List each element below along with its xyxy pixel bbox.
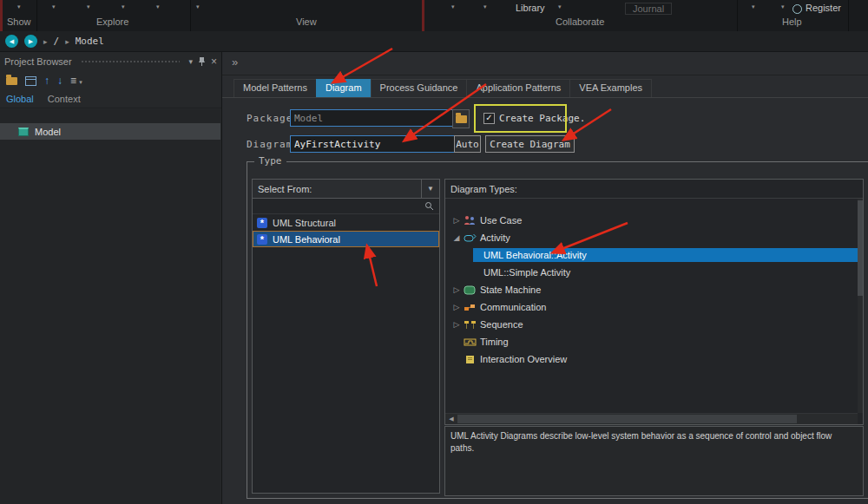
tree-item-uml-behavioral-activity[interactable]: UML Behavioral::Activity bbox=[445, 246, 858, 264]
panel-menu-caret-icon[interactable]: ▾ bbox=[188, 58, 193, 66]
list-item-label: UML Structural bbox=[273, 218, 336, 228]
ribbon-group-explore: Explore bbox=[96, 16, 128, 27]
vertical-scrollbar[interactable] bbox=[858, 199, 863, 413]
expander-collapsed-icon[interactable]: ▷ bbox=[450, 303, 463, 311]
ribbon-group-view: View bbox=[296, 16, 317, 27]
tree-item-uml-simple-activity[interactable]: UML::Simple Activity bbox=[445, 264, 858, 281]
move-up-icon[interactable]: ↑ bbox=[44, 75, 49, 86]
tree-item-communication[interactable]: ▷ Communication bbox=[445, 298, 858, 316]
chevron-down-icon[interactable]: ▾ bbox=[17, 3, 21, 10]
ribbon-library-button[interactable]: Library bbox=[516, 3, 545, 13]
caret-right-icon[interactable]: ▸ bbox=[43, 37, 48, 46]
tree-item-label: Interaction Overview bbox=[480, 354, 567, 364]
tree-item-use-case[interactable]: ▷ Use Case bbox=[445, 212, 858, 229]
breadcrumb-item-model[interactable]: Model bbox=[76, 36, 104, 47]
tab-process-guidance[interactable]: Process Guidance bbox=[371, 79, 468, 97]
chevron-down-icon[interactable]: ▾ bbox=[87, 3, 90, 10]
tree-item-timing[interactable]: Timing bbox=[445, 333, 858, 350]
chevron-down-icon[interactable]: ▼ bbox=[421, 180, 439, 198]
collapse-chevron-icon[interactable]: » bbox=[232, 56, 238, 69]
chevron-down-icon[interactable]: ▾ bbox=[156, 3, 160, 10]
list-item-uml-behavioral[interactable]: * UML Behavioral bbox=[253, 231, 439, 247]
interaction-overview-icon bbox=[463, 355, 477, 364]
chevron-down-icon[interactable]: ▾ bbox=[558, 3, 562, 10]
horizontal-scrollbar[interactable]: ◀ bbox=[445, 413, 858, 424]
diagram-dialog: » Model Patterns Diagram Process Guidanc… bbox=[222, 52, 868, 504]
list-item-uml-structural[interactable]: * UML Structural bbox=[253, 214, 439, 231]
tab-vea-examples[interactable]: VEA Examples bbox=[569, 79, 652, 97]
chevron-down-icon[interactable]: ▾ bbox=[781, 3, 785, 10]
ribbon-group-collaborate: Collaborate bbox=[556, 16, 604, 27]
auto-button[interactable]: Auto bbox=[454, 135, 481, 153]
back-button[interactable]: ◀ bbox=[5, 35, 18, 48]
state-machine-icon bbox=[463, 285, 477, 295]
search-icon[interactable] bbox=[424, 201, 434, 211]
dialog-header-strip: » bbox=[222, 52, 868, 75]
create-diagram-button[interactable]: Create Diagram bbox=[485, 135, 575, 153]
chevron-down-icon[interactable]: ▾ bbox=[196, 3, 200, 10]
ribbon-journal-button[interactable]: Journal bbox=[625, 3, 672, 15]
select-from-dropdown[interactable]: Select From: ▼ bbox=[253, 180, 439, 199]
open-project-icon[interactable] bbox=[6, 77, 17, 85]
type-group-label: Type bbox=[254, 155, 286, 167]
breadcrumb-separator: / bbox=[54, 36, 60, 47]
tree-item-interaction-overview[interactable]: Interaction Overview bbox=[445, 350, 858, 368]
chevron-down-icon[interactable]: ▾ bbox=[752, 3, 755, 10]
chevron-down-icon[interactable]: ▾ bbox=[122, 3, 125, 10]
forward-button[interactable]: ▶ bbox=[24, 35, 37, 48]
diagram-description-text: UML Activity Diagrams describe low-level… bbox=[450, 431, 832, 453]
expander-expanded-icon[interactable]: ◢ bbox=[450, 233, 463, 242]
chevron-down-icon[interactable]: ▾ bbox=[483, 3, 487, 10]
type-groupbox: Type Select From: ▼ * UML Structural bbox=[247, 161, 868, 499]
ribbon-separator bbox=[0, 0, 3, 31]
diagram-description-panel: UML Activity Diagrams describe low-level… bbox=[444, 426, 864, 496]
breadcrumb: ◀ ▶ ▸ / ▸ Model bbox=[0, 31, 868, 52]
timing-icon bbox=[463, 337, 477, 347]
scrollbar-thumb[interactable] bbox=[858, 200, 863, 296]
tree-item-sequence[interactable]: ▷ Sequence bbox=[445, 316, 858, 333]
chevron-down-icon[interactable]: ▾ bbox=[451, 3, 455, 10]
hamburger-menu-icon[interactable]: ≡ ▾ bbox=[70, 75, 82, 87]
new-model-icon[interactable] bbox=[25, 76, 36, 86]
tree-item-model-root[interactable]: Model bbox=[0, 123, 220, 140]
diagram-types-header-label: Diagram Types: bbox=[450, 184, 517, 194]
move-down-icon[interactable]: ↓ bbox=[57, 75, 62, 86]
tab-model-patterns[interactable]: Model Patterns bbox=[233, 79, 317, 97]
ribbon-register-button[interactable]: Register bbox=[806, 3, 841, 13]
expander-collapsed-icon[interactable]: ▷ bbox=[450, 216, 463, 225]
tab-diagram[interactable]: Diagram bbox=[316, 79, 372, 97]
tab-global[interactable]: Global bbox=[6, 94, 34, 104]
communication-icon bbox=[463, 303, 477, 312]
tree-item-activity[interactable]: ◢ Activity bbox=[445, 229, 858, 246]
diagram-types-header: Diagram Types: bbox=[445, 180, 863, 199]
select-from-panel: Select From: ▼ * UML Structural * UML Be… bbox=[252, 179, 440, 494]
tree-item-label: UML Behavioral::Activity bbox=[473, 248, 858, 262]
drag-grip[interactable] bbox=[81, 60, 181, 64]
pin-icon[interactable] bbox=[198, 56, 206, 68]
diagram-name-input[interactable] bbox=[290, 135, 456, 153]
browse-package-button[interactable] bbox=[452, 109, 470, 128]
caret-right-icon[interactable]: ▸ bbox=[65, 37, 69, 46]
tree-item-label: Use Case bbox=[480, 215, 522, 226]
tab-context[interactable]: Context bbox=[48, 94, 81, 104]
scroll-left-icon[interactable]: ◀ bbox=[445, 414, 457, 423]
expander-collapsed-icon[interactable]: ▷ bbox=[450, 285, 463, 294]
project-browser-panel: Project Browser ▾ × ↑ ↓ ≡ ▾ Global Conte… bbox=[0, 52, 222, 504]
tab-application-patterns[interactable]: Application Patterns bbox=[466, 79, 570, 97]
ribbon-group-show: Show bbox=[7, 16, 31, 27]
diagram-types-panel: Diagram Types: ▷ Use Case ◢ bbox=[444, 179, 864, 425]
uml-profile-icon: * bbox=[257, 234, 267, 245]
tree-item-state-machine[interactable]: ▷ State Machine bbox=[445, 281, 858, 298]
sequence-icon bbox=[463, 320, 477, 330]
close-icon[interactable]: × bbox=[211, 56, 217, 67]
ribbon-separator bbox=[737, 0, 738, 31]
package-input[interactable] bbox=[290, 109, 456, 127]
expander-collapsed-icon[interactable]: ▷ bbox=[450, 320, 463, 329]
project-browser-toolbar: ↑ ↓ ≡ ▾ bbox=[0, 71, 221, 90]
create-package-label: Create Package. bbox=[499, 113, 585, 124]
scrollbar-thumb[interactable] bbox=[457, 415, 797, 423]
chevron-down-icon[interactable]: ▾ bbox=[52, 3, 56, 10]
create-package-checkbox[interactable]: ✓ Create Package. bbox=[483, 111, 585, 125]
filter-bar[interactable] bbox=[253, 199, 439, 214]
ribbon-separator bbox=[848, 0, 849, 31]
